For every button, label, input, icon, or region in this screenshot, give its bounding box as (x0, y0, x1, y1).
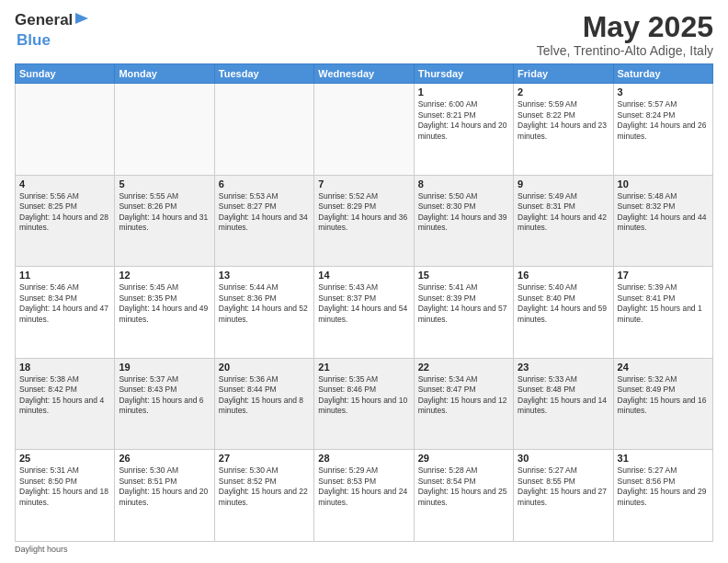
day-number: 24 (618, 362, 709, 373)
day-info: Sunrise: 5:29 AMSunset: 8:53 PMDaylight:… (318, 465, 409, 508)
day-number: 25 (19, 453, 110, 464)
calendar-day-cell: 14Sunrise: 5:43 AMSunset: 8:37 PMDayligh… (314, 267, 414, 359)
day-info: Sunrise: 5:32 AMSunset: 8:49 PMDaylight:… (618, 374, 709, 417)
calendar-day-cell: 22Sunrise: 5:34 AMSunset: 8:47 PMDayligh… (414, 358, 513, 450)
calendar-day-cell: 6Sunrise: 5:53 AMSunset: 8:27 PMDaylight… (214, 175, 313, 267)
day-info: Sunrise: 5:53 AMSunset: 8:27 PMDaylight:… (219, 191, 310, 234)
calendar-day-header: Friday (514, 64, 613, 84)
day-info: Sunrise: 5:34 AMSunset: 8:47 PMDaylight:… (418, 374, 509, 417)
day-number: 10 (618, 178, 709, 190)
day-number: 14 (318, 270, 409, 281)
calendar-day-cell: 10Sunrise: 5:48 AMSunset: 8:32 PMDayligh… (613, 175, 712, 267)
calendar-day-cell: 31Sunrise: 5:27 AMSunset: 8:56 PMDayligh… (613, 450, 712, 542)
calendar-week-row: 4Sunrise: 5:56 AMSunset: 8:25 PMDaylight… (16, 175, 713, 267)
calendar-day-cell: 29Sunrise: 5:28 AMSunset: 8:54 PMDayligh… (414, 450, 513, 542)
day-number: 23 (518, 362, 609, 373)
calendar-day-header: Wednesday (314, 64, 414, 84)
calendar-day-cell: 16Sunrise: 5:40 AMSunset: 8:40 PMDayligh… (514, 267, 613, 359)
calendar-header-row: SundayMondayTuesdayWednesdayThursdayFrid… (16, 64, 713, 84)
day-number: 3 (618, 86, 709, 98)
day-number: 27 (219, 453, 310, 464)
day-number: 22 (418, 362, 509, 373)
calendar-day-cell: 9Sunrise: 5:49 AMSunset: 8:31 PMDaylight… (514, 175, 613, 267)
calendar-day-cell: 15Sunrise: 5:41 AMSunset: 8:39 PMDayligh… (414, 267, 513, 359)
day-info: Sunrise: 5:28 AMSunset: 8:54 PMDaylight:… (418, 465, 509, 508)
day-number: 19 (119, 362, 210, 373)
day-number: 18 (19, 362, 110, 373)
title-location: Telve, Trentino-Alto Adige, Italy (537, 43, 713, 58)
day-number: 29 (418, 453, 509, 464)
day-info: Sunrise: 5:41 AMSunset: 8:39 PMDaylight:… (418, 282, 509, 325)
day-info: Sunrise: 5:38 AMSunset: 8:42 PMDaylight:… (19, 374, 110, 417)
day-number: 17 (618, 270, 709, 281)
calendar-day-cell: 18Sunrise: 5:38 AMSunset: 8:42 PMDayligh… (16, 358, 115, 450)
calendar-table: SundayMondayTuesdayWednesdayThursdayFrid… (15, 63, 713, 542)
logo: General Blue (15, 11, 91, 50)
day-info: Sunrise: 5:57 AMSunset: 8:24 PMDaylight:… (618, 99, 709, 142)
day-number: 2 (518, 86, 609, 98)
day-info: Sunrise: 5:49 AMSunset: 8:31 PMDaylight:… (518, 191, 609, 234)
calendar-day-cell: 1Sunrise: 6:00 AMSunset: 8:21 PMDaylight… (414, 84, 513, 176)
day-number: 4 (19, 178, 110, 190)
day-info: Sunrise: 5:43 AMSunset: 8:37 PMDaylight:… (318, 282, 409, 325)
day-info: Sunrise: 5:40 AMSunset: 8:40 PMDaylight:… (518, 282, 609, 325)
calendar-day-cell: 25Sunrise: 5:31 AMSunset: 8:50 PMDayligh… (16, 450, 115, 542)
day-number: 26 (119, 453, 210, 464)
day-number: 28 (318, 453, 409, 464)
calendar-day-cell: 19Sunrise: 5:37 AMSunset: 8:43 PMDayligh… (115, 358, 214, 450)
logo-flag-icon (74, 11, 90, 31)
day-number: 5 (119, 178, 210, 190)
page: General Blue May 2025 Telve, Trentino-Al… (0, 0, 728, 563)
day-number: 11 (19, 270, 110, 281)
day-number: 15 (418, 270, 509, 281)
day-info: Sunrise: 5:50 AMSunset: 8:30 PMDaylight:… (418, 191, 509, 234)
calendar-week-row: 25Sunrise: 5:31 AMSunset: 8:50 PMDayligh… (16, 450, 713, 542)
day-info: Sunrise: 5:33 AMSunset: 8:48 PMDaylight:… (518, 374, 609, 417)
logo-general: General (15, 11, 73, 29)
day-info: Sunrise: 5:35 AMSunset: 8:46 PMDaylight:… (318, 374, 409, 417)
calendar-day-cell: 3Sunrise: 5:57 AMSunset: 8:24 PMDaylight… (613, 84, 712, 176)
calendar-day-cell: 26Sunrise: 5:30 AMSunset: 8:51 PMDayligh… (115, 450, 214, 542)
calendar-day-header: Sunday (16, 64, 115, 84)
day-number: 20 (219, 362, 310, 373)
day-number: 16 (518, 270, 609, 281)
calendar-week-row: 1Sunrise: 6:00 AMSunset: 8:21 PMDaylight… (16, 84, 713, 176)
footer-daylight-label: Daylight hours (15, 545, 68, 554)
day-info: Sunrise: 6:00 AMSunset: 8:21 PMDaylight:… (418, 99, 509, 142)
footer-note: Daylight hours (15, 545, 713, 554)
calendar-day-cell: 27Sunrise: 5:30 AMSunset: 8:52 PMDayligh… (214, 450, 313, 542)
calendar-day-cell: 30Sunrise: 5:27 AMSunset: 8:55 PMDayligh… (514, 450, 613, 542)
day-info: Sunrise: 5:30 AMSunset: 8:52 PMDaylight:… (219, 465, 310, 508)
calendar-day-cell: 13Sunrise: 5:44 AMSunset: 8:36 PMDayligh… (214, 267, 313, 359)
day-number: 8 (418, 178, 509, 190)
day-info: Sunrise: 5:27 AMSunset: 8:55 PMDaylight:… (518, 465, 609, 508)
calendar-week-row: 18Sunrise: 5:38 AMSunset: 8:42 PMDayligh… (16, 358, 713, 450)
header: General Blue May 2025 Telve, Trentino-Al… (15, 11, 713, 58)
calendar-day-cell: 28Sunrise: 5:29 AMSunset: 8:53 PMDayligh… (314, 450, 414, 542)
day-info: Sunrise: 5:48 AMSunset: 8:32 PMDaylight:… (618, 191, 709, 234)
day-info: Sunrise: 5:52 AMSunset: 8:29 PMDaylight:… (318, 191, 409, 234)
day-info: Sunrise: 5:45 AMSunset: 8:35 PMDaylight:… (119, 282, 210, 325)
calendar-day-cell: 4Sunrise: 5:56 AMSunset: 8:25 PMDaylight… (16, 175, 115, 267)
day-info: Sunrise: 5:31 AMSunset: 8:50 PMDaylight:… (19, 465, 110, 508)
day-info: Sunrise: 5:36 AMSunset: 8:44 PMDaylight:… (219, 374, 310, 417)
day-info: Sunrise: 5:39 AMSunset: 8:41 PMDaylight:… (618, 282, 709, 325)
day-info: Sunrise: 5:46 AMSunset: 8:34 PMDaylight:… (19, 282, 110, 325)
calendar-day-cell: 5Sunrise: 5:55 AMSunset: 8:26 PMDaylight… (115, 175, 214, 267)
title-month: May 2025 (537, 11, 713, 43)
calendar-day-cell: 24Sunrise: 5:32 AMSunset: 8:49 PMDayligh… (613, 358, 712, 450)
calendar-day-header: Thursday (414, 64, 513, 84)
calendar-day-cell: 23Sunrise: 5:33 AMSunset: 8:48 PMDayligh… (514, 358, 613, 450)
day-number: 12 (119, 270, 210, 281)
calendar-day-cell: 12Sunrise: 5:45 AMSunset: 8:35 PMDayligh… (115, 267, 214, 359)
calendar-day-header: Monday (115, 64, 214, 84)
day-number: 6 (219, 178, 310, 190)
calendar-day-cell (314, 84, 414, 176)
day-number: 13 (219, 270, 310, 281)
calendar-day-cell: 8Sunrise: 5:50 AMSunset: 8:30 PMDaylight… (414, 175, 513, 267)
calendar-day-cell: 2Sunrise: 5:59 AMSunset: 8:22 PMDaylight… (514, 84, 613, 176)
day-number: 31 (618, 453, 709, 464)
day-number: 21 (318, 362, 409, 373)
calendar-day-header: Saturday (613, 64, 712, 84)
day-info: Sunrise: 5:44 AMSunset: 8:36 PMDaylight:… (219, 282, 310, 325)
